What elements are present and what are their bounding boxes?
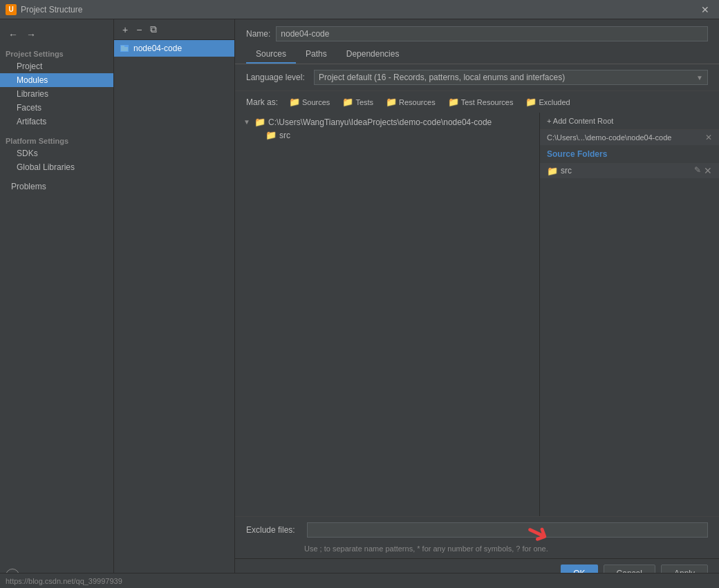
app-icon: U	[6, 4, 17, 15]
tree-item-root-label: C:\Users\WangTianyu\IdeaProjects\demo-co…	[268, 117, 492, 127]
sidebar-item-modules[interactable]: Modules	[0, 73, 113, 87]
module-icon	[120, 44, 129, 53]
module-list-panel: + − ⧉ node04-code	[114, 19, 235, 588]
module-item-node04[interactable]: node04-code	[114, 40, 234, 57]
popup-path-row: C:\Users\...\demo-code\node04-code ✕	[540, 130, 719, 145]
tree-chevron-icon: ▼	[243, 118, 252, 126]
mark-as-label: Mark as:	[246, 97, 278, 107]
source-folders-title: Source Folders	[540, 145, 719, 163]
source-folder-item: 📁 src ✎ ✕	[540, 163, 719, 178]
content-area: + − ⧉ node04-code	[114, 19, 719, 588]
sidebar-item-libraries[interactable]: Libraries	[0, 87, 113, 101]
tests-folder-icon: 📁	[342, 97, 353, 107]
remove-module-button[interactable]: −	[133, 23, 144, 37]
test-resources-folder-icon: 📁	[448, 97, 459, 107]
sidebar-item-project[interactable]: Project	[0, 59, 113, 73]
module-toolbar: + − ⧉	[114, 19, 234, 40]
tabs-row: Sources Paths Dependencies	[235, 46, 719, 64]
two-panel: + − ⧉ node04-code	[114, 19, 719, 588]
title-bar-left: U Project Structure	[6, 4, 82, 15]
language-select-value: Project default (16 - Records, patterns,…	[319, 73, 565, 82]
sources-folder-icon: 📁	[289, 97, 300, 107]
file-tree: ▼ 📁 C:\Users\WangTianyu\IdeaProjects\dem…	[235, 113, 539, 516]
source-folder-edit-button[interactable]: ✎	[694, 165, 701, 176]
exclude-hint: Use ; to separate name patterns, * for a…	[235, 543, 719, 558]
resources-folder-icon: 📁	[386, 97, 397, 107]
src-folder-icon: 📁	[265, 130, 277, 140]
popup-header: + Add Content Root	[540, 113, 719, 130]
popup-path-text: C:\Users\...\demo-code\node04-code	[547, 133, 671, 142]
right-popup-panel: + Add Content Root C:\Users\...\demo-cod…	[539, 113, 719, 516]
sidebar-item-global-libraries[interactable]: Global Libraries	[0, 160, 113, 174]
status-bar: https://blog.csdn.net/qq_39997939	[0, 573, 719, 588]
nav-forward-button[interactable]: →	[24, 28, 39, 41]
sidebar-item-problems[interactable]: Problems	[0, 180, 113, 193]
name-label: Name:	[246, 29, 270, 39]
copy-module-button[interactable]: ⧉	[147, 22, 160, 37]
chevron-down-icon: ▼	[696, 74, 703, 82]
language-label: Language level:	[246, 73, 308, 82]
sidebar-item-artifacts[interactable]: Artifacts	[0, 115, 113, 129]
source-folder-actions: ✎ ✕	[694, 165, 712, 176]
name-input[interactable]	[276, 26, 708, 41]
sidebar-item-facets[interactable]: Facets	[0, 101, 113, 115]
tree-item-src-label: src	[279, 131, 290, 140]
tree-item-root[interactable]: ▼ 📁 C:\Users\WangTianyu\IdeaProjects\dem…	[241, 115, 534, 129]
exclude-input[interactable]	[307, 522, 708, 538]
tab-sources[interactable]: Sources	[246, 46, 296, 64]
exclude-label: Exclude files:	[246, 525, 301, 535]
problems-section: Problems	[0, 180, 113, 193]
title-bar-title: Project Structure	[21, 5, 82, 15]
exclude-row: Exclude files:	[235, 516, 719, 543]
mark-as-tests-button[interactable]: 📁 Tests	[338, 95, 377, 108]
source-folder-remove-button[interactable]: ✕	[704, 165, 712, 176]
mark-as-row: Mark as: 📁 Sources 📁 Tests 📁 Resources	[235, 91, 719, 113]
source-folder-name: src	[561, 166, 691, 176]
source-folder-icon: 📁	[547, 166, 558, 176]
project-settings-label: Project Settings	[0, 47, 113, 59]
nav-toolbar: ← →	[0, 25, 113, 44]
file-tree-area: ▼ 📁 C:\Users\WangTianyu\IdeaProjects\dem…	[235, 113, 719, 516]
platform-settings-label: Platform Settings	[0, 134, 113, 146]
name-row: Name:	[235, 19, 719, 46]
language-row: Language level: Project default (16 - Re…	[235, 64, 719, 91]
nav-back-button[interactable]: ←	[6, 28, 21, 41]
tab-paths[interactable]: Paths	[296, 46, 337, 64]
tab-dependencies[interactable]: Dependencies	[337, 46, 409, 64]
detail-panel: Name: Sources Paths Dependencies Languag…	[235, 19, 719, 588]
add-module-button[interactable]: +	[120, 23, 131, 37]
mark-as-excluded-button[interactable]: 📁 Excluded	[521, 95, 574, 108]
platform-settings-section: Platform Settings SDKs Global Libraries	[0, 134, 113, 174]
close-button[interactable]: ✕	[697, 3, 713, 17]
status-url: https://blog.csdn.net/qq_39997939	[6, 577, 122, 585]
mark-as-test-resources-button[interactable]: 📁 Test Resources	[444, 95, 518, 108]
sidebar: ← → Project Settings Project Modules Lib…	[0, 19, 114, 588]
mark-as-resources-button[interactable]: 📁 Resources	[382, 95, 440, 108]
language-select[interactable]: Project default (16 - Records, patterns,…	[314, 70, 708, 85]
sidebar-item-sdks[interactable]: SDKs	[0, 146, 113, 160]
excluded-folder-icon: 📁	[525, 97, 536, 107]
main-layout: ← → Project Settings Project Modules Lib…	[0, 19, 719, 588]
module-item-label: node04-code	[133, 44, 182, 53]
title-bar: U Project Structure ✕	[0, 0, 719, 19]
tree-item-src[interactable]: 📁 src	[241, 129, 534, 142]
popup-path-close-button[interactable]: ✕	[705, 133, 712, 142]
root-folder-icon: 📁	[254, 117, 265, 127]
mark-as-sources-button[interactable]: 📁 Sources	[285, 95, 334, 108]
svg-rect-1	[121, 46, 124, 48]
add-content-root-button[interactable]: + Add Content Root	[547, 117, 712, 125]
